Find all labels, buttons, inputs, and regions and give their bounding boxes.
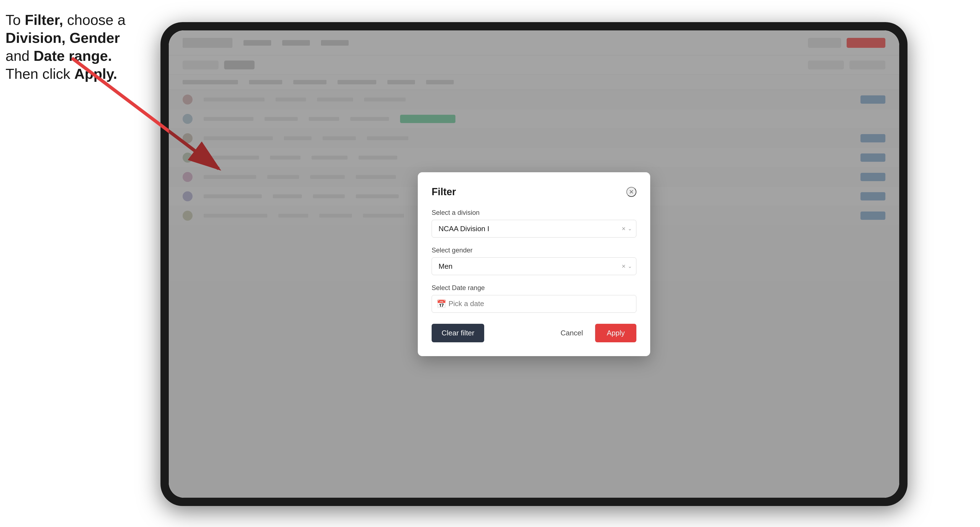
cancel-button[interactable]: Cancel xyxy=(554,324,590,342)
division-clear-icon[interactable]: × xyxy=(622,225,625,233)
instruction-line1: To Filter, choose aDivision, Genderand D… xyxy=(6,12,126,82)
gender-label: Select gender xyxy=(432,246,636,254)
modal-footer-right: Cancel Apply xyxy=(554,324,636,342)
clear-filter-button[interactable]: Clear filter xyxy=(432,324,484,342)
gender-select-wrapper: Men × ⌄ xyxy=(432,257,636,275)
instruction-bold3: Date range. xyxy=(33,48,112,64)
gender-clear-icon[interactable]: × xyxy=(622,262,625,270)
division-select[interactable]: NCAA Division I xyxy=(432,220,636,238)
apply-button[interactable]: Apply xyxy=(595,324,636,342)
tablet-device: Filter × Select a division NCAA Division… xyxy=(161,22,907,506)
gender-select[interactable]: Men xyxy=(432,257,636,275)
modal-header: Filter × xyxy=(432,186,636,198)
gender-form-group: Select gender Men × ⌄ xyxy=(432,246,636,275)
instruction-bold4: Apply. xyxy=(75,66,117,82)
modal-overlay: Filter × Select a division NCAA Division… xyxy=(169,30,899,498)
modal-close-button[interactable]: × xyxy=(627,187,636,197)
instruction-text: To Filter, choose aDivision, Genderand D… xyxy=(6,11,161,83)
division-label: Select a division xyxy=(432,209,636,216)
division-select-wrapper: NCAA Division I × ⌄ xyxy=(432,220,636,238)
modal-footer: Clear filter Cancel Apply xyxy=(432,324,636,342)
division-form-group: Select a division NCAA Division I × ⌄ xyxy=(432,209,636,238)
tablet-screen: Filter × Select a division NCAA Division… xyxy=(169,30,899,498)
date-input-wrapper: 📅 xyxy=(432,295,636,313)
modal-title: Filter xyxy=(432,186,456,198)
date-form-group: Select Date range 📅 xyxy=(432,284,636,313)
date-label: Select Date range xyxy=(432,284,636,292)
filter-modal: Filter × Select a division NCAA Division… xyxy=(418,172,650,356)
instruction-bold2: Division, Gender xyxy=(6,30,120,46)
date-input[interactable] xyxy=(432,295,636,313)
